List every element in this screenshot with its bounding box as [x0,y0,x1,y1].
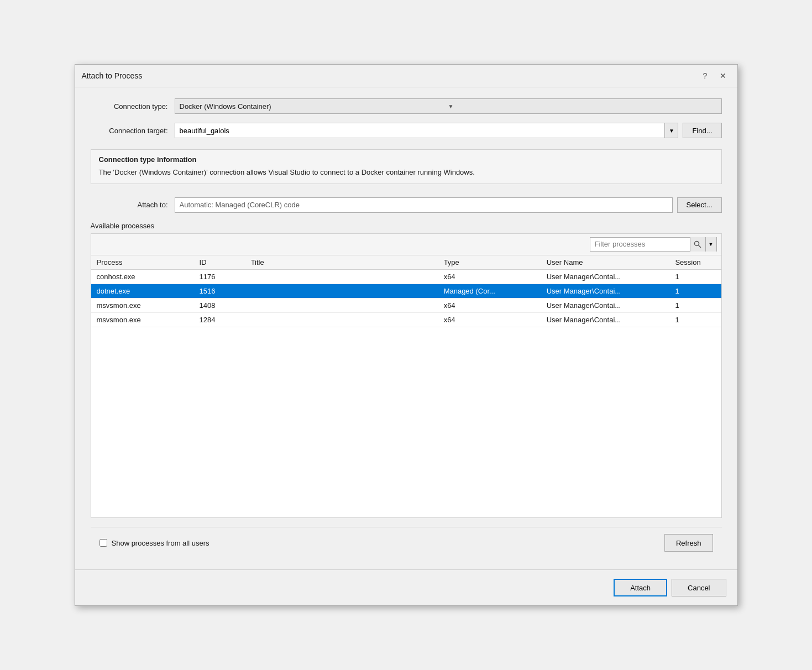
refresh-button[interactable]: Refresh [664,534,713,552]
cell-session: 1 [669,284,721,298]
available-processes-label: Available processes [91,222,722,230]
connection-target-row: Connection target: ▼ Find... [91,123,722,138]
attach-to-label: Attach to: [91,201,168,209]
filter-bar: ▼ [91,234,721,255]
cell-process: msvsmon.exe [91,312,194,327]
filter-processes-input[interactable] [590,240,690,248]
dialog-title: Attach to Process [82,71,143,80]
table-row[interactable]: msvsmon.exe 1284 x64 User Manager\Contai… [91,312,721,327]
cell-title [245,298,438,312]
bottom-bar: Show processes from all users Refresh [91,527,722,558]
chevron-down-icon: ▼ [448,103,717,109]
cell-title [245,269,438,284]
attach-to-process-dialog: Attach to Process ? ✕ Connection type: D… [75,64,738,606]
connection-target-input-group: ▼ [175,123,679,138]
cell-title [245,312,438,327]
table-row[interactable]: msvsmon.exe 1408 x64 User Manager\Contai… [91,298,721,312]
table-body: conhost.exe 1176 x64 User Manager\Contai… [91,269,721,327]
attach-to-input [175,197,673,213]
filter-input-wrapper: ▼ [590,237,717,252]
connection-info-title: Connection type information [99,155,714,164]
cell-process: conhost.exe [91,269,194,284]
cell-username: User Manager\Contai... [541,284,670,298]
close-button[interactable]: ✕ [715,69,731,82]
cell-session: 1 [669,298,721,312]
cell-type: x64 [438,298,541,312]
connection-info-box: Connection type information The 'Docker … [91,149,722,184]
processes-table-wrapper[interactable]: Process ID Title Type User Name Session … [91,255,721,518]
cell-id: 1408 [194,298,245,312]
col-header-id: ID [194,255,245,270]
cell-type: Managed (Cor... [438,284,541,298]
connection-target-dropdown-btn[interactable]: ▼ [665,123,678,138]
show-all-users-row: Show processes from all users [99,539,209,547]
show-all-users-checkbox[interactable] [99,539,107,547]
table-header: Process ID Title Type User Name Session [91,255,721,270]
connection-target-label: Connection target: [91,127,168,135]
cell-type: x64 [438,269,541,284]
col-header-title: Title [245,255,438,270]
col-header-process: Process [91,255,194,270]
col-header-session: Session [669,255,721,270]
table-row[interactable]: conhost.exe 1176 x64 User Manager\Contai… [91,269,721,284]
cell-session: 1 [669,269,721,284]
connection-type-wrapper: Docker (Windows Container) ▼ [175,98,722,114]
help-button[interactable]: ? [698,69,713,82]
show-all-users-label: Show processes from all users [112,539,209,547]
processes-table: Process ID Title Type User Name Session … [91,255,721,327]
col-header-type: Type [438,255,541,270]
cell-username: User Manager\Contai... [541,269,670,284]
cell-username: User Manager\Contai... [541,312,670,327]
connection-target-wrapper: ▼ Find... [175,123,722,138]
connection-type-value: Docker (Windows Container) [180,102,448,111]
svg-line-1 [699,245,701,247]
cell-title [245,284,438,298]
connection-info-text: The 'Docker (Windows Container)' connect… [99,167,714,178]
cell-username: User Manager\Contai... [541,298,670,312]
filter-dropdown-icon[interactable]: ▼ [705,237,716,252]
dialog-content: Connection type: Docker (Windows Contain… [75,87,737,569]
cell-process: msvsmon.exe [91,298,194,312]
cell-type: x64 [438,312,541,327]
available-processes-section: Available processes ▼ [91,222,722,519]
cell-id: 1516 [194,284,245,298]
connection-type-row: Connection type: Docker (Windows Contain… [91,98,722,114]
titlebar-controls: ? ✕ [698,69,731,82]
col-header-username: User Name [541,255,670,270]
cell-process: dotnet.exe [91,284,194,298]
find-button[interactable]: Find... [683,123,721,138]
processes-container: ▼ Process ID Title Type User Name [91,233,722,519]
search-icon-button[interactable] [690,237,705,252]
attach-to-wrapper: Select... [175,197,722,213]
cell-id: 1284 [194,312,245,327]
cell-id: 1176 [194,269,245,284]
attach-button[interactable]: Attach [614,579,667,596]
connection-type-select[interactable]: Docker (Windows Container) ▼ [175,98,722,114]
table-row[interactable]: dotnet.exe 1516 Managed (Cor... User Man… [91,284,721,298]
select-button[interactable]: Select... [677,197,722,213]
cancel-button[interactable]: Cancel [672,579,726,596]
dialog-titlebar: Attach to Process ? ✕ [75,65,737,87]
cell-session: 1 [669,312,721,327]
connection-type-label: Connection type: [91,102,168,111]
connection-target-input[interactable] [175,123,666,138]
attach-to-row: Attach to: Select... [91,197,722,213]
action-buttons: Attach Cancel [75,569,737,605]
